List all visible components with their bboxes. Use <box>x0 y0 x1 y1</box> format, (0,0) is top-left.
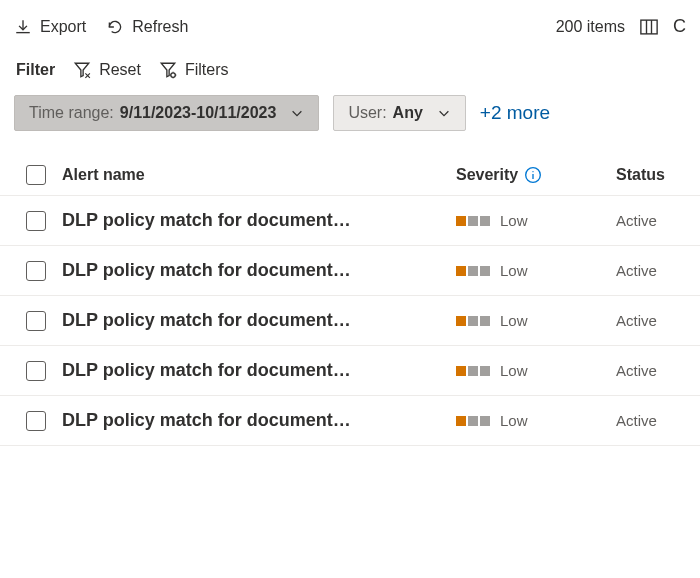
row-checkbox[interactable] <box>26 361 46 381</box>
svg-rect-0 <box>641 20 657 34</box>
refresh-icon <box>106 18 124 36</box>
toolbar-right: 200 items C <box>556 16 686 37</box>
severity-bars <box>456 216 490 226</box>
severity-text: Low <box>500 312 528 329</box>
table-row[interactable]: DLP policy match for document…LowActive <box>0 346 700 396</box>
reset-label: Reset <box>99 61 141 79</box>
table-row[interactable]: DLP policy match for document…LowActive <box>0 246 700 296</box>
row-check-cell <box>14 311 58 331</box>
filter-chips: Time range: 9/11/2023-10/11/2023 User: A… <box>0 95 700 147</box>
filters-button[interactable]: Filters <box>159 61 229 79</box>
col-severity-label: Severity <box>456 166 518 184</box>
row-checkbox[interactable] <box>26 261 46 281</box>
severity-cell: Low <box>456 362 616 379</box>
refresh-label: Refresh <box>132 18 188 36</box>
alert-name-cell: DLP policy match for document… <box>58 260 456 281</box>
severity-cell: Low <box>456 412 616 429</box>
reset-filters-button[interactable]: Reset <box>73 61 141 79</box>
alert-name[interactable]: DLP policy match for document… <box>62 260 351 280</box>
user-chip[interactable]: User: Any <box>333 95 465 131</box>
toolbar: Export Refresh 200 items C <box>0 0 700 45</box>
alert-name[interactable]: DLP policy match for document… <box>62 210 351 230</box>
select-all-cell <box>14 165 58 185</box>
severity-cell: Low <box>456 262 616 279</box>
alert-name-cell: DLP policy match for document… <box>58 310 456 331</box>
status-cell: Active <box>616 312 686 329</box>
toolbar-left: Export Refresh <box>14 18 188 36</box>
columns-icon[interactable] <box>639 17 659 37</box>
overflow-cut: C <box>673 16 686 37</box>
download-icon <box>14 18 32 36</box>
row-checkbox[interactable] <box>26 411 46 431</box>
alert-name-cell: DLP policy match for document… <box>58 410 456 431</box>
time-range-label: Time range: <box>29 104 114 122</box>
severity-cell: Low <box>456 312 616 329</box>
table-row[interactable]: DLP policy match for document…LowActive <box>0 196 700 246</box>
row-check-cell <box>14 261 58 281</box>
alert-name[interactable]: DLP policy match for document… <box>62 410 351 430</box>
severity-cell: Low <box>456 212 616 229</box>
severity-text: Low <box>500 412 528 429</box>
svg-point-3 <box>533 171 534 172</box>
severity-bars <box>456 266 490 276</box>
more-filters-link[interactable]: +2 more <box>480 102 550 124</box>
chevron-down-icon <box>437 106 451 120</box>
row-check-cell <box>14 211 58 231</box>
svg-point-1 <box>171 73 176 78</box>
time-range-value: 9/11/2023-10/11/2023 <box>120 104 277 122</box>
severity-text: Low <box>500 262 528 279</box>
status-cell: Active <box>616 362 686 379</box>
time-range-chip[interactable]: Time range: 9/11/2023-10/11/2023 <box>14 95 319 131</box>
info-icon[interactable] <box>524 166 542 184</box>
user-chip-value: Any <box>393 104 423 122</box>
select-all-checkbox[interactable] <box>26 165 46 185</box>
filters-label-text: Filters <box>185 61 229 79</box>
status-cell: Active <box>616 412 686 429</box>
table-body: DLP policy match for document…LowActiveD… <box>0 196 700 446</box>
export-button[interactable]: Export <box>14 18 86 36</box>
col-alert-name[interactable]: Alert name <box>58 166 456 184</box>
filter-label: Filter <box>16 61 55 79</box>
chevron-down-icon <box>290 106 304 120</box>
export-label: Export <box>40 18 86 36</box>
alert-name-cell: DLP policy match for document… <box>58 210 456 231</box>
row-check-cell <box>14 361 58 381</box>
status-text: Active <box>616 362 657 379</box>
table-row[interactable]: DLP policy match for document…LowActive <box>0 396 700 446</box>
severity-text: Low <box>500 212 528 229</box>
status-text: Active <box>616 412 657 429</box>
severity-bars <box>456 416 490 426</box>
severity-bars <box>456 366 490 376</box>
funnel-clear-icon <box>73 61 91 79</box>
severity-text: Low <box>500 362 528 379</box>
status-cell: Active <box>616 262 686 279</box>
col-status[interactable]: Status <box>616 166 686 184</box>
status-text: Active <box>616 262 657 279</box>
row-checkbox[interactable] <box>26 311 46 331</box>
severity-bars <box>456 316 490 326</box>
filter-bar: Filter Reset Filters <box>0 45 700 95</box>
table-header: Alert name Severity Status <box>0 155 700 196</box>
col-severity[interactable]: Severity <box>456 166 616 184</box>
alert-name[interactable]: DLP policy match for document… <box>62 360 351 380</box>
refresh-button[interactable]: Refresh <box>106 18 188 36</box>
row-checkbox[interactable] <box>26 211 46 231</box>
funnel-settings-icon <box>159 61 177 79</box>
user-chip-label: User: <box>348 104 386 122</box>
items-count: 200 items <box>556 18 625 36</box>
status-text: Active <box>616 312 657 329</box>
row-check-cell <box>14 411 58 431</box>
status-text: Active <box>616 212 657 229</box>
alert-name[interactable]: DLP policy match for document… <box>62 310 351 330</box>
alert-name-cell: DLP policy match for document… <box>58 360 456 381</box>
status-cell: Active <box>616 212 686 229</box>
table-row[interactable]: DLP policy match for document…LowActive <box>0 296 700 346</box>
